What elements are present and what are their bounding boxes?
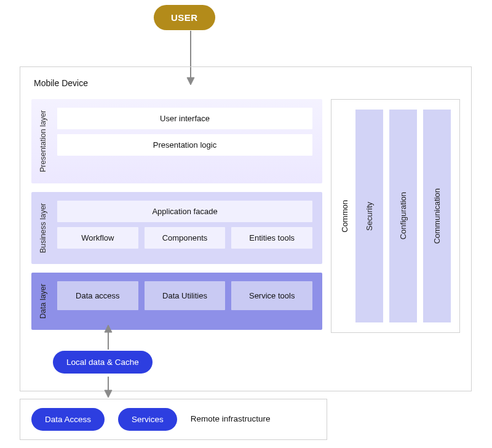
- box-entities-tools: Entities tools: [231, 227, 312, 249]
- remote-infrastructure-container: Data Access Services Remote infrastructu…: [20, 399, 327, 440]
- remote-services-node: Services: [118, 408, 177, 431]
- common-col-security: Security: [355, 110, 383, 322]
- mobile-device-title: Mobile Device: [34, 78, 460, 88]
- remote-infrastructure-label: Remote infrastructure: [191, 414, 271, 425]
- mobile-device-container: Mobile Device Presentation layer User in…: [20, 66, 472, 391]
- common-col-configuration: Configuration: [389, 110, 417, 322]
- data-layer-label: Data layer: [38, 281, 49, 321]
- common-label: Common: [340, 198, 349, 235]
- box-data-utilities: Data Utilities: [145, 281, 226, 310]
- box-user-interface: User interface: [57, 108, 312, 129]
- business-layer: Business layer Application facade Workfl…: [31, 192, 322, 264]
- box-data-access: Data access: [57, 281, 138, 310]
- svg-marker-3: [105, 325, 112, 332]
- box-components: Components: [145, 227, 226, 249]
- arrow-cache-to-remote: [102, 377, 114, 399]
- box-presentation-logic: Presentation logic: [57, 134, 312, 156]
- presentation-layer: Presentation layer User interface Presen…: [31, 99, 322, 183]
- local-cache-node: Local data & Cache: [53, 351, 153, 374]
- data-layer: Data layer Data access Data Utilities Se…: [31, 273, 322, 330]
- box-application-facade: Application facade: [57, 201, 312, 222]
- svg-marker-5: [105, 390, 112, 398]
- business-layer-label: Business layer: [38, 201, 49, 255]
- box-service-tools: Service tools: [231, 281, 312, 310]
- user-node: USER: [154, 5, 215, 30]
- box-workflow: Workflow: [57, 227, 138, 249]
- presentation-layer-label: Presentation layer: [38, 108, 49, 175]
- common-panel: Common Security Configuration Communicat…: [331, 99, 460, 333]
- layers-stack: Presentation layer User interface Presen…: [31, 99, 322, 333]
- arrow-cache-to-data: [102, 325, 114, 351]
- remote-data-access-node: Data Access: [31, 408, 105, 431]
- common-col-communication: Communication: [423, 110, 451, 322]
